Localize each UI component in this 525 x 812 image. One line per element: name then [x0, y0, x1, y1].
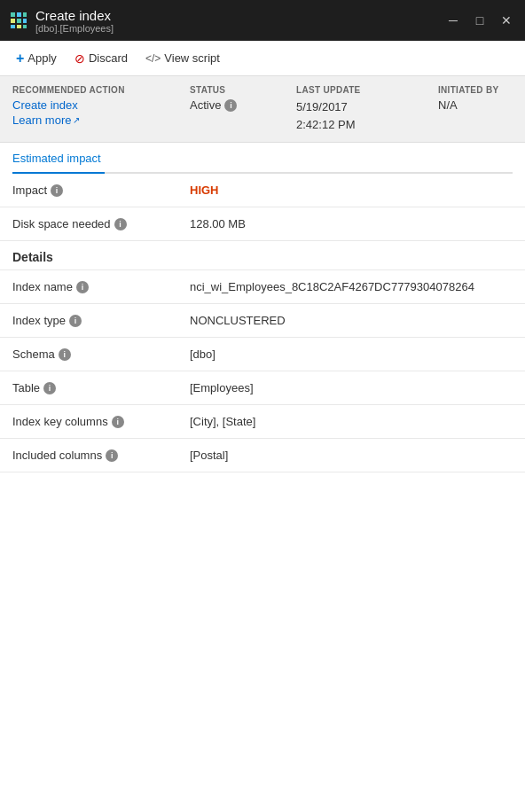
- included-columns-row: Included columns i [Postal]: [0, 439, 525, 472]
- window-title: Create index: [35, 8, 114, 23]
- schema-label: Schema i: [12, 340, 190, 368]
- apply-label: Apply: [27, 51, 57, 65]
- svg-rect-1: [17, 12, 21, 17]
- index-type-row: Index type i NONCLUSTERED: [0, 304, 525, 338]
- included-columns-value: [Postal]: [190, 441, 513, 469]
- discard-button[interactable]: ⊘ Discard: [66, 46, 137, 71]
- disk-space-value: 128.00 MB: [190, 210, 513, 238]
- disk-space-row: Disk space needed i 128.00 MB: [0, 207, 525, 241]
- svg-rect-0: [11, 12, 15, 17]
- tabs: Estimated impact: [12, 143, 513, 174]
- svg-rect-5: [23, 19, 27, 23]
- discard-label: Discard: [89, 51, 128, 65]
- table-label: Table i: [12, 374, 190, 402]
- index-name-value: nci_wi_Employees_8C18C2AF4267DC777930407…: [190, 273, 513, 301]
- tab-section: Estimated impact: [0, 142, 525, 174]
- status-info-icon[interactable]: i: [224, 99, 237, 112]
- recommended-action-col: RECOMMENDED ACTION Create index Learn mo…: [12, 85, 190, 133]
- impact-row: Impact i HIGH: [0, 174, 525, 207]
- schema-value: [dbo]: [190, 340, 513, 368]
- details-section-header: Details: [0, 241, 525, 270]
- minimize-button[interactable]: ─: [443, 11, 463, 30]
- external-link-icon: ↗: [73, 115, 80, 125]
- header-section: RECOMMENDED ACTION Create index Learn mo…: [0, 76, 525, 142]
- impact-table: Impact i HIGH Disk space needed i 128.00…: [0, 174, 525, 241]
- index-type-label: Index type i: [12, 307, 190, 334]
- impact-info-icon[interactable]: i: [51, 184, 63, 197]
- table-row: Table i [Employees]: [0, 371, 525, 405]
- impact-value: HIGH: [190, 176, 513, 204]
- svg-rect-6: [11, 25, 15, 28]
- apply-button[interactable]: + Apply: [7, 45, 66, 72]
- tab-estimated-impact-label: Estimated impact: [12, 152, 101, 165]
- index-name-label: Index name i: [12, 273, 190, 301]
- svg-rect-8: [23, 25, 27, 28]
- titlebar-left: Create index [dbo].[Employees]: [9, 8, 114, 34]
- svg-rect-4: [17, 19, 21, 23]
- toolbar: + Apply ⊘ Discard </> View script: [0, 41, 525, 76]
- recommended-action-label: RECOMMENDED ACTION: [12, 85, 190, 95]
- database-icon: [9, 11, 28, 30]
- index-name-info-icon[interactable]: i: [76, 281, 89, 293]
- included-columns-info-icon[interactable]: i: [106, 449, 118, 462]
- index-key-columns-value: [City], [State]: [190, 408, 513, 435]
- index-type-info-icon[interactable]: i: [69, 315, 82, 327]
- schema-row: Schema i [dbo]: [0, 338, 525, 371]
- script-icon: </>: [145, 52, 161, 65]
- svg-rect-7: [17, 25, 21, 28]
- details-table: Index name i nci_wi_Employees_8C18C2AF42…: [0, 270, 525, 472]
- index-key-columns-label: Index key columns i: [12, 408, 190, 435]
- disk-space-info-icon[interactable]: i: [114, 218, 127, 230]
- header-columns: RECOMMENDED ACTION Create index Learn mo…: [12, 85, 513, 133]
- index-type-value: NONCLUSTERED: [190, 307, 513, 334]
- view-script-button[interactable]: </> View script: [137, 46, 229, 70]
- table-value: [Employees]: [190, 374, 513, 402]
- svg-rect-3: [11, 19, 15, 23]
- last-update-col: LAST UPDATE 5/19/20172:42:12 PM: [296, 85, 438, 133]
- initiated-by-col: INITIATED BY N/A: [438, 85, 513, 133]
- learn-more-text: Learn more: [12, 113, 71, 127]
- titlebar: Create index [dbo].[Employees] ─ □ ✕: [0, 0, 525, 41]
- index-key-columns-info-icon[interactable]: i: [112, 416, 124, 428]
- window-subtitle: [dbo].[Employees]: [35, 23, 114, 34]
- titlebar-texts: Create index [dbo].[Employees]: [35, 8, 114, 34]
- discard-icon: ⊘: [74, 51, 85, 66]
- table-info-icon[interactable]: i: [43, 382, 56, 394]
- learn-more-link[interactable]: Learn more ↗: [12, 113, 190, 127]
- window-controls: ─ □ ✕: [443, 11, 516, 30]
- initiated-by-label: INITIATED BY: [438, 85, 513, 95]
- maximize-button[interactable]: □: [470, 11, 490, 30]
- initiated-by-value: N/A: [438, 98, 513, 112]
- tab-estimated-impact[interactable]: Estimated impact: [12, 143, 105, 174]
- status-col: STATUS Active i: [190, 85, 296, 133]
- plus-icon: +: [16, 51, 24, 66]
- index-key-columns-row: Index key columns i [City], [State]: [0, 405, 525, 439]
- close-button[interactable]: ✕: [497, 11, 516, 30]
- status-row: Active i: [190, 98, 296, 112]
- last-update-label: LAST UPDATE: [296, 85, 438, 95]
- create-index-link[interactable]: Create index: [12, 98, 190, 112]
- view-script-label: View script: [164, 51, 220, 65]
- status-value: Active: [190, 98, 221, 112]
- svg-rect-2: [23, 12, 27, 17]
- disk-space-label: Disk space needed i: [12, 210, 190, 238]
- impact-label: Impact i: [12, 176, 190, 204]
- included-columns-label: Included columns i: [12, 441, 190, 469]
- status-label: STATUS: [190, 85, 296, 95]
- last-update-value: 5/19/20172:42:12 PM: [296, 98, 438, 133]
- index-name-row: Index name i nci_wi_Employees_8C18C2AF42…: [0, 270, 525, 304]
- schema-info-icon[interactable]: i: [59, 348, 71, 361]
